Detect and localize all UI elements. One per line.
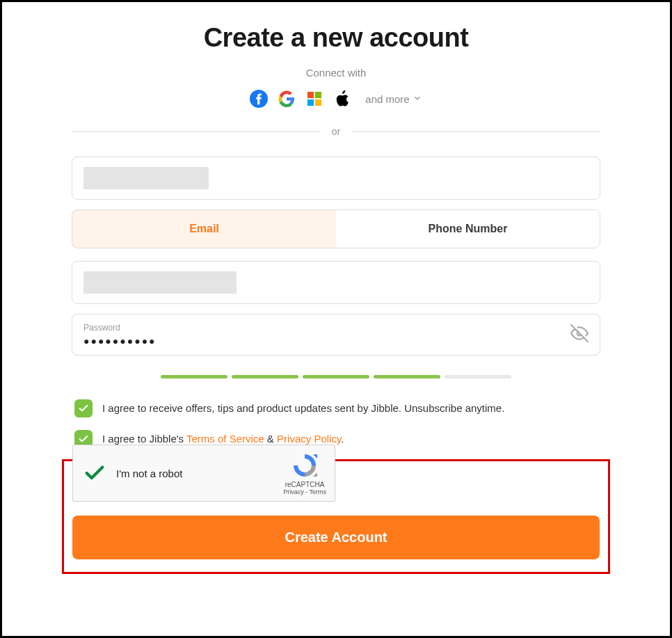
email-field[interactable] (72, 261, 600, 304)
svg-rect-3 (307, 99, 314, 106)
tos-link[interactable]: Terms of Service (186, 433, 264, 445)
eye-off-icon[interactable] (570, 324, 589, 345)
highlight-annotation: I'm not a robot reCAPTCHA Privacy - Term… (62, 459, 610, 574)
tab-phone[interactable]: Phone Number (336, 210, 600, 248)
chevron-down-icon (413, 93, 422, 105)
recaptcha-sep: - (304, 488, 310, 495)
password-field[interactable]: Password ●●●●●●●●●● (72, 314, 600, 356)
strength-seg-1 (161, 375, 227, 378)
name-field[interactable] (72, 157, 600, 200)
amp-text: & (264, 433, 277, 445)
google-icon[interactable] (278, 90, 296, 108)
recaptcha-brand-text: reCAPTCHA (285, 481, 325, 488)
facebook-icon[interactable] (250, 90, 268, 108)
create-account-button[interactable]: Create Account (72, 516, 600, 559)
microsoft-icon[interactable] (305, 90, 323, 108)
privacy-link[interactable]: Privacy Policy (277, 433, 341, 445)
recaptcha-widget[interactable]: I'm not a robot reCAPTCHA Privacy - Term… (72, 445, 335, 502)
offers-text: I agree to receive offers, tips and prod… (102, 399, 504, 417)
password-value: ●●●●●●●●●● (83, 335, 157, 346)
offers-checkbox[interactable] (74, 399, 93, 417)
connect-label: Connect with (72, 67, 600, 79)
divider: or (72, 126, 600, 137)
more-providers-link[interactable]: and more (365, 93, 422, 105)
apple-icon[interactable] (333, 90, 351, 108)
strength-seg-3 (303, 375, 369, 378)
svg-rect-4 (315, 99, 321, 106)
recaptcha-privacy-link[interactable]: Privacy (283, 488, 304, 495)
contact-method-tabs: Email Phone Number (72, 209, 600, 248)
period: . (341, 433, 344, 445)
tab-email[interactable]: Email (72, 209, 337, 248)
password-label: Password (83, 323, 157, 333)
password-strength (72, 375, 600, 378)
svg-marker-5 (313, 454, 317, 458)
page-title: Create a new account (72, 23, 600, 53)
strength-seg-2 (232, 375, 298, 378)
recaptcha-text: I'm not a robot (116, 468, 283, 479)
redacted-value (83, 167, 209, 189)
svg-marker-6 (313, 472, 317, 477)
recaptcha-icon (291, 452, 319, 479)
svg-rect-1 (307, 92, 314, 98)
social-providers: and more (72, 90, 600, 108)
terms-prefix: I agree to Jibble's (102, 433, 186, 445)
check-icon (83, 461, 106, 485)
recaptcha-brand: reCAPTCHA Privacy - Terms (283, 452, 326, 495)
recaptcha-terms-link[interactable]: Terms (310, 488, 327, 495)
more-providers-text: and more (365, 93, 409, 105)
divider-text: or (332, 126, 340, 137)
svg-rect-2 (315, 92, 321, 98)
offers-row: I agree to receive offers, tips and prod… (72, 399, 600, 417)
strength-seg-4 (374, 375, 440, 378)
strength-seg-5 (445, 375, 511, 378)
redacted-value (83, 271, 237, 294)
